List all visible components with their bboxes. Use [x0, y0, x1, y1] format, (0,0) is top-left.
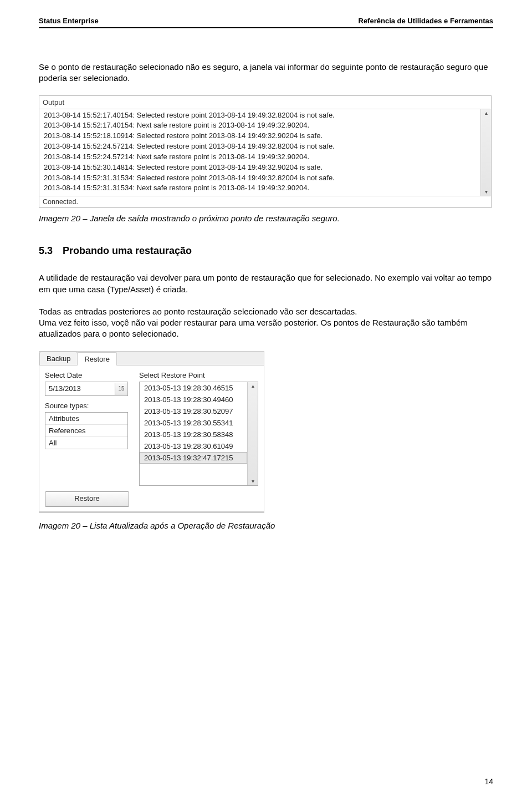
- output-line: 2013-08-14 15:52:17.40154: Next safe res…: [44, 120, 487, 131]
- tab-restore[interactable]: Restore: [77, 352, 117, 365]
- output-status-bar: Connected.: [39, 196, 491, 207]
- output-line: 2013-08-14 15:52:24.57214: Selected rest…: [44, 141, 487, 152]
- select-date-label: Select Date: [45, 371, 128, 379]
- paragraph-2: A utilidade de restauração vai devolver …: [39, 272, 493, 295]
- output-panel-screenshot: Output 2013-08-14 15:52:17.40154: Select…: [39, 95, 492, 209]
- section-number: 5.3: [39, 245, 60, 257]
- paragraph-3: Todas as entradas posteriores ao ponto r…: [39, 306, 493, 340]
- page-number: 14: [484, 777, 493, 786]
- output-panel-title: Output: [39, 96, 491, 109]
- restore-points-listbox[interactable]: 2013-05-13 19:28:30.46515 2013-05-13 19:…: [140, 382, 247, 485]
- restore-point-item[interactable]: 2013-05-13 19:28:30.58348: [140, 429, 247, 440]
- restore-point-item[interactable]: 2013-05-13 19:28:30.52097: [140, 405, 247, 417]
- section-heading: 5.3 Probando uma restauração: [39, 245, 493, 257]
- chevron-down-icon: ▾: [485, 188, 488, 196]
- restore-button[interactable]: Restore: [45, 491, 129, 507]
- source-option-all[interactable]: All: [45, 437, 127, 449]
- source-option-references[interactable]: References: [45, 425, 127, 437]
- page-header: Status Enterprise Referência de Utilidad…: [39, 17, 493, 28]
- output-line: 2013-08-14 15:52:31.31534: Next safe res…: [44, 183, 487, 194]
- chevron-up-icon: ▴: [252, 382, 254, 390]
- select-restore-point-label: Select Restore Point: [139, 371, 258, 379]
- chevron-down-icon: ▾: [252, 478, 254, 485]
- output-scrollbar[interactable]: ▴ ▾: [480, 109, 491, 196]
- panel-divider: [39, 511, 264, 512]
- figure-caption-1: Imagem 20 – Janela de saída mostrando o …: [39, 214, 493, 223]
- source-option-attributes[interactable]: Attributes: [45, 413, 127, 425]
- output-line: 2013-08-14 15:52:18.10914: Selected rest…: [44, 131, 487, 141]
- source-types-label: Source types:: [45, 402, 128, 410]
- section-title: Probando uma restauração: [63, 245, 192, 256]
- restore-point-item[interactable]: 2013-05-13 19:28:30.55341: [140, 417, 247, 429]
- paragraph-intro: Se o ponto de restauração selecionado nã…: [39, 62, 493, 84]
- restore-point-item[interactable]: 2013-05-13 19:28:30.61049: [140, 440, 247, 452]
- output-line: 2013-08-14 15:52:30.14814: Selected rest…: [44, 163, 487, 173]
- output-log-lines: 2013-08-14 15:52:17.40154: Selected rest…: [39, 109, 491, 196]
- restore-point-item[interactable]: 2013-05-13 19:28:30.46515: [140, 382, 247, 394]
- output-line: 2013-08-14 15:52:31.31534: Selected rest…: [44, 173, 487, 184]
- date-value: 5/13/2013: [45, 384, 115, 393]
- restore-panel-screenshot: Backup Restore Select Date 5/13/2013 15 …: [39, 351, 264, 513]
- date-picker[interactable]: 5/13/2013 15: [45, 382, 128, 396]
- output-line: 2013-08-14 15:52:17.40154: Selected rest…: [44, 110, 487, 121]
- restore-points-scrollbar[interactable]: ▴ ▾: [247, 382, 258, 485]
- restore-point-item-selected[interactable]: 2013-05-13 19:32:47.17215: [140, 452, 247, 464]
- restore-point-item[interactable]: 2013-05-13 19:28:30.49460: [140, 394, 247, 405]
- tab-backup[interactable]: Backup: [39, 352, 78, 365]
- calendar-icon[interactable]: 15: [115, 383, 127, 395]
- paragraph-3-line2: Uma vez feito isso, voçê não vai poder r…: [39, 318, 468, 338]
- figure-caption-2: Imagem 20 – Lista Atualizada após a Oper…: [39, 521, 493, 530]
- chevron-up-icon: ▴: [485, 109, 488, 117]
- tab-bar: Backup Restore: [39, 352, 264, 365]
- header-left: Status Enterprise: [39, 17, 99, 25]
- paragraph-3-line1: Todas as entradas posteriores ao ponto r…: [39, 307, 357, 316]
- header-right: Referência de Utilidades e Ferramentas: [359, 17, 494, 25]
- source-types-listbox[interactable]: Attributes References All: [45, 412, 128, 449]
- output-line: 2013-08-14 15:52:24.57214: Next safe res…: [44, 152, 487, 163]
